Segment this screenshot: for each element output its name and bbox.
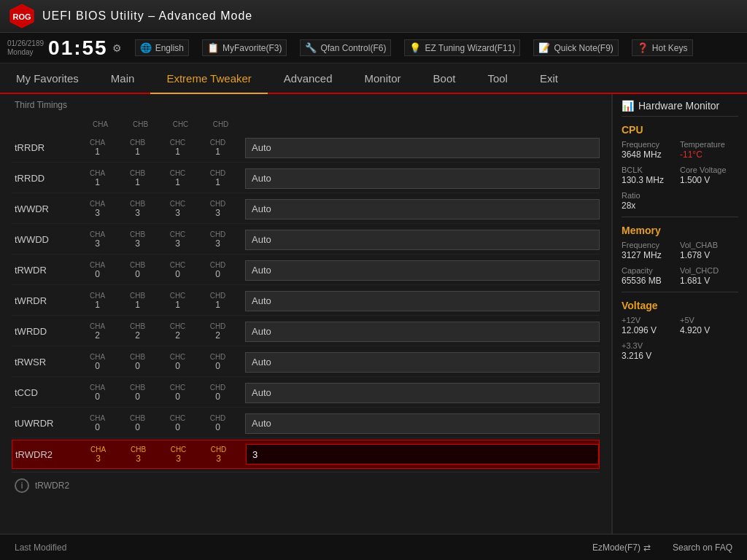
timing-input-tWWDR[interactable] [245,199,600,219]
hw-volt-row1: +12V 12.096 V +5V 4.920 V [622,316,738,335]
timing-row-tRWSR[interactable]: tRWSRCHA0CHB0CHC0CHD0 [12,348,600,377]
date-text: 01/26/2189 [7,39,44,48]
qfan-icon: 🔧 [305,42,317,53]
last-modified-label: Last Modified [15,542,66,553]
hw-33v-col: +3.3V 3.216 V [622,341,738,361]
timing-input-tUWRDR[interactable] [245,413,600,434]
eztuning-label: EZ Tuning Wizard(F11) [425,43,515,53]
hw-cpu-title: CPU [622,124,738,136]
hw-mem-freq-value: 3127 MHz [622,250,680,260]
nav-advanced[interactable]: Advanced [268,63,349,93]
timing-input-tRWSR[interactable] [245,352,600,373]
hw-monitor-title: Hardware Monitor [638,100,719,112]
timing-input-tRRDR[interactable] [245,138,600,158]
time-settings-icon[interactable]: ⚙ [112,42,122,54]
channel-chd-tWRDD: CHD2 [198,322,238,341]
channel-chb-tWWDR: CHB3 [117,200,158,218]
channel-chb-tWRDD: CHB2 [117,322,158,341]
timing-row-tWWDD[interactable]: tWWDDCHA3CHB3CHC3CHD3 [12,225,600,254]
timing-row-tRWDR[interactable]: tRWDRCHA0CHB0CHC0CHD0 [12,256,600,285]
channel-chd-tUWRDR: CHD0 [198,414,238,432]
cha-values-tWRDR: CHA1CHB1CHC1CHD1 [77,292,238,310]
channel-chc-tWRDD: CHC2 [158,322,198,341]
timing-row-tRRDD[interactable]: tRRDDCHA1CHB1CHC1CHD1 [12,164,600,193]
hw-cpu-row1: Frequency 3648 MHz Temperature -11°C [622,140,738,160]
section-title: Third Timings [12,100,600,110]
hw-volchab-value: 1.678 V [680,250,738,260]
nav-boot[interactable]: Boot [417,63,472,93]
timing-row-tRWDR2[interactable]: tRWDR2CHA3CHB3CHC3CHD3 [12,440,600,469]
search-faq-button[interactable]: Search on FAQ [673,542,732,553]
hw-capacity-col: Capacity 65536 MB [622,266,680,286]
cha-values-tUWRDR: CHA0CHB0CHC0CHD0 [77,414,238,432]
hw-monitor-icon: 📊 [622,100,634,112]
nav-tool[interactable]: Tool [471,63,524,93]
timing-row-tWRDR[interactable]: tWRDRCHA1CHB1CHC1CHD1 [12,287,600,316]
hotkeys-label: Hot Keys [652,43,688,53]
nav-extremetweaker[interactable]: Extreme Tweaker [150,63,267,94]
timing-input-tRWDR[interactable] [245,260,600,281]
timing-label-tWWDD: tWWDD [12,234,77,245]
channel-chc-tWWDD: CHC3 [158,230,198,249]
quicknote-icon: 📝 [538,42,550,53]
timing-row-tUWRDR[interactable]: tUWRDRCHA0CHB0CHC0CHD0 [12,409,600,438]
cha-values-tWRDD: CHA2CHB2CHC2CHD2 [77,322,238,341]
hw-volchcd-value: 1.681 V [680,276,738,286]
channel-chc-tRWSR: CHC0 [158,353,198,371]
hw-mem-freq-label: Frequency [622,241,680,249]
nav-main[interactable]: Main [95,63,151,93]
timing-row-tCCD[interactable]: tCCDCHA0CHB0CHC0CHD0 [12,378,600,408]
eztuning-button[interactable]: 💡 EZ Tuning Wizard(F11) [404,39,520,56]
myfavorite-icon: 📋 [207,42,219,53]
ezmode-button[interactable]: EzMode(F7) ⇄ [592,542,651,553]
timing-row-tRRDR[interactable]: tRRDRCHA1CHB1CHC1CHD1 [12,133,600,163]
timing-row-tWWDR[interactable]: tWWDRCHA3CHB3CHC3CHD3 [12,195,600,224]
channel-chc-tRRDD: CHC1 [158,169,198,187]
myfavorite-button[interactable]: 📋 MyFavorite(F3) [202,39,287,56]
nav-exit[interactable]: Exit [524,63,574,93]
left-panel: Third Timings CHA CHB CHC CHD tRRDRCHA1C… [0,94,612,534]
timing-input-tCCD[interactable] [245,383,600,403]
date-display: 01/26/2189 Monday [7,39,44,57]
timing-input-tWWDD[interactable] [245,230,600,250]
channel-chc-tUWRDR: CHC0 [158,414,198,432]
hw-capacity-value: 65536 MB [622,276,680,286]
channel-chc-tRWDR2: CHC3 [158,446,198,464]
channel-chb-tWRDR: CHB1 [117,292,158,310]
hw-mem-row2: Capacity 65536 MB Vol_CHCD 1.681 V [622,266,738,286]
quicknote-button[interactable]: 📝 Quick Note(F9) [533,39,618,56]
language-icon: 🌐 [140,42,152,53]
eztuning-icon: 💡 [409,42,421,53]
nav-bar: My Favorites Main Extreme Tweaker Advanc… [0,63,747,94]
hw-ratio-value: 28x [622,201,738,211]
timing-label-tWWDR: tWWDR [12,203,77,214]
hw-33v-label: +3.3V [622,341,738,350]
ezmode-icon: ⇄ [643,542,651,553]
hotkeys-button[interactable]: ❓ Hot Keys [632,39,693,56]
cha-values-tWWDD: CHA3CHB3CHC3CHD3 [77,230,238,249]
hw-divider-2 [622,292,738,292]
rog-logo-icon: ROG [9,3,35,29]
second-bar: 01/26/2189 Monday 01:55 ⚙ 🌐 English 📋 My… [0,33,747,63]
channel-chc-tRWDR: CHC0 [158,261,198,279]
hw-ratio-col: Ratio 28x [622,191,738,211]
timing-row-tWRDD[interactable]: tWRDDCHA2CHB2CHC2CHD2 [12,317,600,346]
timing-input-tWRDR[interactable] [245,291,600,311]
timing-input-tWRDD[interactable] [245,322,600,342]
language-button[interactable]: 🌐 English [135,39,189,56]
hw-12v-value: 12.096 V [622,325,680,335]
cha-values-tRWDR2: CHA3CHB3CHC3CHD3 [78,446,239,464]
nav-monitor[interactable]: Monitor [349,63,417,93]
qfan-button[interactable]: 🔧 Qfan Control(F6) [300,39,391,56]
timing-input-tRRDD[interactable] [245,168,600,189]
hw-divider-1 [622,217,738,217]
nav-myfavorites[interactable]: My Favorites [0,63,95,93]
cha-values-tWWDR: CHA3CHB3CHC3CHD3 [77,200,238,218]
timing-label-tRWSR: tRWSR [12,357,77,368]
hw-5v-label: +5V [680,316,738,324]
hw-bclk-label: BCLK [622,166,680,174]
channel-cha-tRRDD: CHA1 [77,169,117,187]
timing-input-tRWDR2[interactable] [246,444,599,464]
hw-volchab-col: Vol_CHAB 1.678 V [680,241,738,260]
logo-area: ROG UEFI BIOS Utility – Advanced Mode [9,3,252,29]
